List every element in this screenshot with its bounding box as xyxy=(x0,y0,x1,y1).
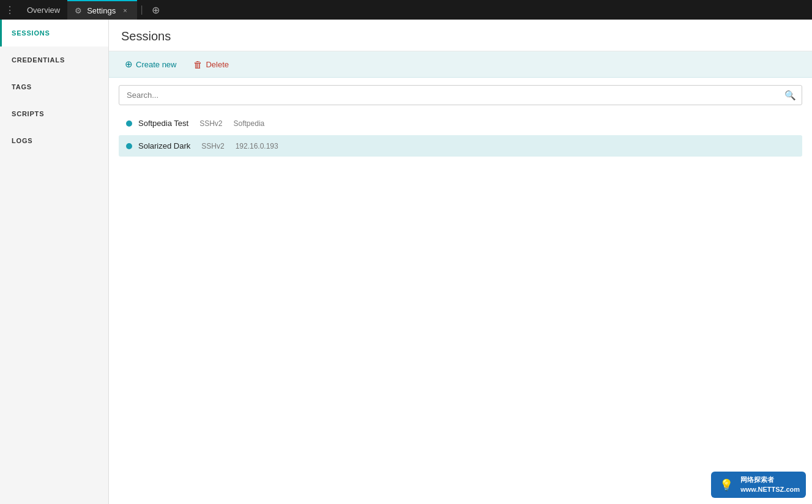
tab-divider: | xyxy=(137,4,147,15)
delete-button[interactable]: 🗑 Delete xyxy=(187,57,235,72)
watermark-url: www.NETTSZ.com xyxy=(740,485,800,494)
sidebar-item-logs[interactable]: LOGS xyxy=(0,127,108,154)
watermark: 💡 网络探索者 www.NETTSZ.com xyxy=(711,472,806,498)
search-input[interactable] xyxy=(119,85,802,105)
logs-label: LOGS xyxy=(12,137,32,144)
close-tab-button[interactable]: × xyxy=(121,6,129,15)
session-item[interactable]: Softpedia Test SSHv2 Softpedia xyxy=(119,113,802,134)
topbar: ⋮ Overview ⚙ Settings × | ⊕ xyxy=(0,0,812,20)
delete-label: Delete xyxy=(206,60,229,69)
sessions-label: SESSIONS xyxy=(12,29,50,37)
session-protocol: SSHv2 xyxy=(199,119,222,128)
gear-icon: ⚙ xyxy=(75,6,82,15)
overview-tab[interactable]: Overview xyxy=(20,0,67,20)
sidebar-item-scripts[interactable]: SCRIPTS xyxy=(0,100,108,127)
session-host: Softpedia xyxy=(234,119,265,128)
dots-icon: ⋮ xyxy=(5,4,15,16)
main-layout: SESSIONS CREDENTIALS TAGS SCRIPTS LOGS S… xyxy=(0,20,812,504)
plus-circle-icon: ⊕ xyxy=(152,4,160,16)
menu-dots-button[interactable]: ⋮ xyxy=(0,4,20,16)
create-new-button[interactable]: ⊕ Create new xyxy=(119,56,182,72)
overview-label: Overview xyxy=(27,6,60,15)
settings-tab-label: Settings xyxy=(87,6,116,15)
watermark-brand: 网络探索者 xyxy=(740,475,800,484)
content-area: Sessions ⊕ Create new 🗑 Delete 🔍 Softped… xyxy=(109,20,812,504)
tags-label: TAGS xyxy=(12,83,32,91)
watermark-icon: 💡 xyxy=(717,476,736,494)
credentials-label: CREDENTIALS xyxy=(12,56,65,64)
create-new-label: Create new xyxy=(136,60,176,69)
session-status-dot xyxy=(126,120,132,127)
session-name: Softpedia Test xyxy=(138,119,188,128)
watermark-text: 网络探索者 www.NETTSZ.com xyxy=(740,475,800,494)
sidebar-item-tags[interactable]: TAGS xyxy=(0,73,108,100)
scripts-label: SCRIPTS xyxy=(12,110,44,117)
search-container: 🔍 xyxy=(109,78,812,113)
toolbar: ⊕ Create new 🗑 Delete xyxy=(109,51,812,78)
session-protocol: SSHv2 xyxy=(201,142,224,150)
trash-icon: 🗑 xyxy=(193,59,203,70)
sidebar-item-credentials[interactable]: CREDENTIALS xyxy=(0,46,108,73)
sidebar-item-sessions[interactable]: SESSIONS xyxy=(0,20,108,46)
session-item[interactable]: Solarized Dark SSHv2 192.16.0.193 xyxy=(119,135,802,157)
session-list: Softpedia Test SSHv2 Softpedia Solarized… xyxy=(109,113,812,158)
session-host: 192.16.0.193 xyxy=(236,142,278,150)
sidebar: SESSIONS CREDENTIALS TAGS SCRIPTS LOGS xyxy=(0,20,109,504)
settings-tab[interactable]: ⚙ Settings × xyxy=(67,0,136,20)
plus-icon: ⊕ xyxy=(125,59,133,70)
session-status-dot xyxy=(126,143,132,149)
page-title: Sessions xyxy=(109,20,812,51)
session-name: Solarized Dark xyxy=(138,141,190,150)
add-tab-button[interactable]: ⊕ xyxy=(147,4,165,16)
